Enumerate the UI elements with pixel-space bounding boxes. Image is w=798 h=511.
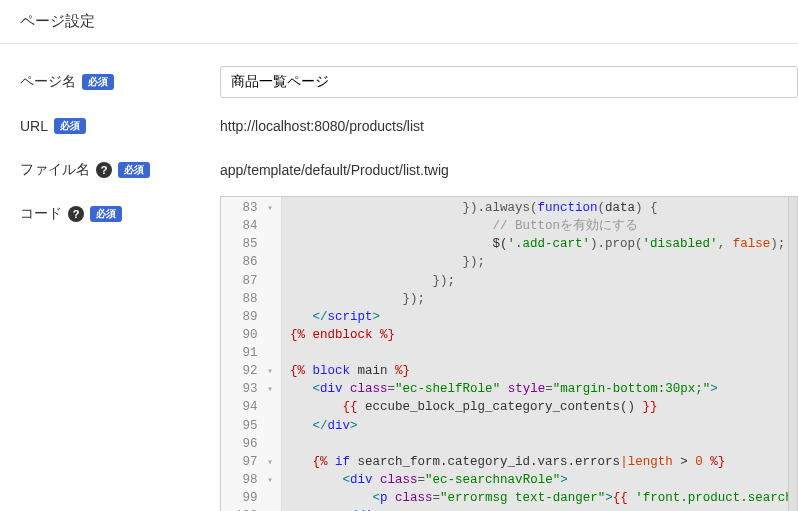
code-line[interactable]: <div class="ec-searchnavRole"> [290, 471, 797, 489]
gutter-line: 99 [235, 489, 275, 507]
code-line[interactable]: {% endblock %} [290, 326, 797, 344]
gutter-line: 84 [235, 217, 275, 235]
code-body[interactable]: }).always(function(data) { // Buttonを有効に… [282, 197, 797, 511]
gutter-line: 100 [235, 507, 275, 511]
label-row-page-name: ページ名 必須 [20, 64, 220, 100]
gutter-line: 96 [235, 435, 275, 453]
label-row-url: URL 必須 [20, 108, 220, 144]
gutter-line: 98 ▾ [235, 471, 275, 489]
page-header: ページ設定 [0, 0, 798, 44]
label-row-file-name: ファイル名 ? 必須 [20, 152, 220, 188]
code-line[interactable]: {% block main %} [290, 362, 797, 380]
gutter-line: 90 [235, 326, 275, 344]
required-badge: 必須 [118, 162, 150, 178]
gutter-line: 91 [235, 344, 275, 362]
label-page-name: ページ名 [20, 73, 76, 91]
code-line[interactable]: $('.add-cart').prop('disabled', false); [290, 235, 797, 253]
code-line[interactable]: <p class="errormsg text-danger">{{ 'fron… [290, 489, 797, 507]
code-line[interactable]: }); [290, 272, 797, 290]
code-line[interactable]: {{ eccube_block_plg_category_contents() … [290, 398, 797, 416]
form-content: ページ名 必須 URL 必須 ファイル名 ? 必須 コード ? 必須 http:… [0, 44, 798, 511]
gutter-line: 86 [235, 253, 275, 271]
required-badge: 必須 [90, 206, 122, 222]
code-line[interactable]: }).always(function(data) { [290, 199, 797, 217]
gutter-line: 97 ▾ [235, 453, 275, 471]
code-line[interactable]: </div> [290, 417, 797, 435]
gutter-line: 94 [235, 398, 275, 416]
gutter-line: 93 ▾ [235, 380, 275, 398]
label-file-name: ファイル名 [20, 161, 90, 179]
field-row-file-name: app/template/default/Product/list.twig [220, 152, 798, 188]
code-line[interactable]: <div class="ec-shelfRole" style="margin-… [290, 380, 797, 398]
help-icon[interactable]: ? [96, 162, 112, 178]
fields-column: http://localhost:8080/products/list app/… [220, 64, 798, 511]
code-line[interactable]: </script> [290, 308, 797, 326]
code-line[interactable] [290, 344, 797, 362]
gutter-line: 88 [235, 290, 275, 308]
help-icon[interactable]: ? [68, 206, 84, 222]
page-name-input[interactable] [220, 66, 798, 98]
field-row-url: http://localhost:8080/products/list [220, 108, 798, 144]
code-line[interactable]: {% if search_form.category_id.vars.error… [290, 453, 797, 471]
gutter-line: 85 [235, 235, 275, 253]
code-line[interactable]: // Buttonを有効にする [290, 217, 797, 235]
gutter-line: 83 ▾ [235, 199, 275, 217]
field-row-page-name [220, 64, 798, 100]
code-line[interactable]: }); [290, 253, 797, 271]
gutter-line: 87 [235, 272, 275, 290]
code-editor[interactable]: 83 ▾84 85 86 87 88 89 90 91 92 ▾93 ▾94 9… [220, 196, 798, 511]
label-url: URL [20, 118, 48, 134]
labels-column: ページ名 必須 URL 必須 ファイル名 ? 必須 コード ? 必須 [20, 64, 220, 511]
page-title: ページ設定 [20, 12, 778, 31]
label-code: コード [20, 205, 62, 223]
required-badge: 必須 [82, 74, 114, 90]
gutter-line: 92 ▾ [235, 362, 275, 380]
url-value: http://localhost:8080/products/list [220, 118, 424, 134]
code-gutter: 83 ▾84 85 86 87 88 89 90 91 92 ▾93 ▾94 9… [221, 197, 282, 511]
gutter-line: 89 [235, 308, 275, 326]
code-line[interactable]: </div> [290, 507, 797, 511]
label-row-code: コード ? 必須 [20, 196, 220, 232]
code-line[interactable] [290, 435, 797, 453]
file-name-value: app/template/default/Product/list.twig [220, 162, 449, 178]
code-line[interactable]: }); [290, 290, 797, 308]
gutter-line: 95 [235, 417, 275, 435]
required-badge: 必須 [54, 118, 86, 134]
